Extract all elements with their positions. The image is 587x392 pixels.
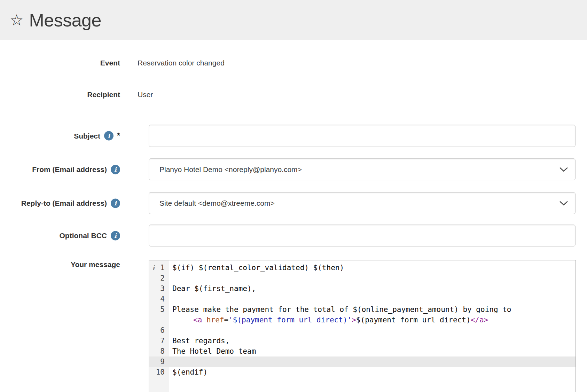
code-line: Please make the payment for the total of…: [169, 304, 576, 315]
bcc-label: Optional BCC i: [0, 231, 120, 240]
code-line: [169, 294, 576, 304]
line-number: 10: [149, 367, 169, 377]
code-line: [169, 273, 576, 283]
code-line: Best regards,: [169, 336, 576, 346]
from-email-row: From (Email address) i Planyo Hotel Demo…: [0, 158, 587, 180]
subject-input[interactable]: [149, 125, 576, 147]
line-number: 3: [149, 283, 169, 294]
recipient-label: Recipient: [0, 91, 120, 99]
bcc-input[interactable]: [149, 225, 576, 246]
bcc-row: Optional BCC i: [0, 225, 587, 246]
message-code-editor: i 1 2 3 4 5 6 7 8 9 10 $(if) $(rental_co…: [149, 260, 576, 392]
code-token: =: [224, 316, 229, 324]
event-row: Event Reservation color changed: [0, 58, 587, 68]
event-value: Reservation color changed: [138, 59, 225, 67]
page-header: ☆ Message: [0, 0, 587, 40]
required-asterisk: *: [117, 131, 120, 141]
line-number: 7: [149, 336, 169, 346]
page-title: Message: [29, 10, 101, 31]
code-token: $(payment_form_url_direct): [356, 316, 471, 324]
code-line-wrapped: <a href='$(payment_form_url_direct)'>$(p…: [169, 315, 576, 325]
editor-gutter: i 1 2 3 4 5 6 7 8 9 10: [149, 260, 169, 392]
line-number-active: 9: [149, 356, 169, 367]
code-line-active: [169, 356, 576, 367]
line-number: 8: [149, 346, 169, 356]
reply-to-label: Reply-to (Email address) i: [0, 198, 120, 208]
code-token: </a>: [471, 316, 488, 324]
code-line: Dear $(first_name),: [169, 283, 576, 294]
subject-row: Subject i *: [0, 125, 587, 147]
from-email-label: From (Email address) i: [0, 165, 120, 174]
code-line: The Hotel Demo team: [169, 346, 576, 356]
code-token: [202, 316, 206, 324]
reply-to-selected-value: Site default <demo@xtreeme.com>: [159, 199, 275, 207]
info-icon[interactable]: i: [111, 198, 120, 208]
from-email-select[interactable]: Planyo Hotel Demo <noreply@planyo.com>: [149, 158, 576, 180]
recipient-value: User: [138, 91, 153, 99]
info-icon[interactable]: i: [111, 231, 120, 240]
reply-to-row: Reply-to (Email address) i Site default …: [0, 192, 587, 214]
editor-code-area[interactable]: $(if) $(rental_color_validated) $(then) …: [169, 260, 576, 392]
gutter-info-icon[interactable]: i: [152, 262, 155, 273]
code-token: >: [352, 316, 356, 324]
event-label: Event: [0, 59, 120, 67]
line-number: 2: [149, 273, 169, 283]
code-line: [169, 325, 576, 336]
code-line: $(if) $(rental_color_validated) $(then): [169, 262, 576, 273]
line-number: 5: [149, 304, 169, 315]
line-number: 4: [149, 294, 169, 304]
message-settings-page: ☆ Message Event Reservation color change…: [0, 0, 587, 392]
star-icon: ☆: [10, 13, 23, 28]
chevron-down-icon: [559, 167, 568, 172]
subject-label: Subject i *: [0, 131, 120, 141]
chevron-down-icon: [559, 201, 568, 206]
code-token: '$(payment_form_url_direct)': [228, 316, 352, 324]
code-token: href: [206, 316, 224, 324]
code-line: $(endif): [169, 367, 576, 377]
recipient-row: Recipient User: [0, 89, 587, 100]
reply-to-select[interactable]: Site default <demo@xtreeme.com>: [149, 192, 576, 214]
info-icon[interactable]: i: [111, 165, 120, 174]
info-icon[interactable]: i: [104, 131, 114, 141]
line-number: [149, 315, 169, 325]
line-number: 6: [149, 325, 169, 336]
code-token: <a: [193, 316, 202, 324]
your-message-label: Your message: [0, 260, 120, 269]
from-email-selected-value: Planyo Hotel Demo <noreply@planyo.com>: [159, 165, 302, 174]
